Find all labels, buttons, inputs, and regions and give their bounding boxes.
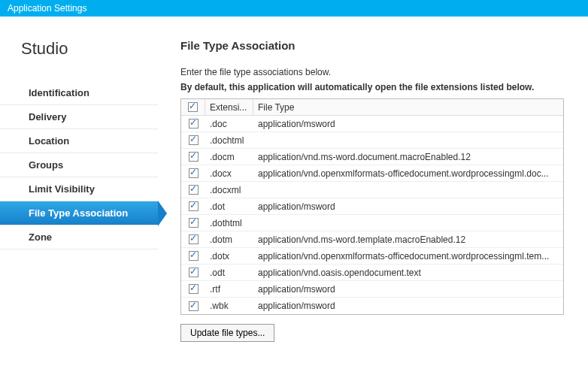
row-extension: .dothtml <box>205 218 253 228</box>
row-checkbox-cell[interactable] <box>181 168 205 178</box>
header-filetype[interactable]: File Type <box>253 99 563 115</box>
table-row[interactable]: .dotmapplication/vnd.ms-word.template.ma… <box>181 231 563 248</box>
row-checkbox-cell[interactable] <box>181 234 205 244</box>
table-body: .docapplication/msword.dochtml.docmappli… <box>181 116 563 314</box>
row-extension: .dotx <box>205 251 253 262</box>
nav-item-zone[interactable]: Zone <box>0 225 158 249</box>
page-title: File Type Association <box>180 39 573 52</box>
nav-item-limit-visibility[interactable]: Limit Visibility <box>0 177 158 201</box>
nav-item-delivery[interactable]: Delivery <box>0 105 158 129</box>
checkbox-icon <box>189 301 199 311</box>
row-extension: .dochtml <box>205 135 253 146</box>
row-checkbox-cell[interactable] <box>181 152 205 162</box>
checkbox-icon <box>189 251 199 261</box>
table-row[interactable]: .dochtml <box>181 132 563 149</box>
nav-item-identification[interactable]: Identification <box>0 81 158 105</box>
row-extension: .dot <box>205 201 253 212</box>
instruction-line-1: Enter the file type associations below. <box>180 67 573 77</box>
checkbox-icon <box>189 284 199 294</box>
table-row[interactable]: .docxml <box>181 182 563 198</box>
checkbox-icon <box>189 268 199 277</box>
row-checkbox-cell[interactable] <box>181 284 205 294</box>
row-checkbox-cell[interactable] <box>181 218 205 228</box>
file-type-table: Extensi... File Type .docapplication/msw… <box>180 98 564 315</box>
checkbox-icon <box>189 119 199 129</box>
row-extension: .dotm <box>205 234 253 245</box>
row-extension: .doc <box>205 119 253 129</box>
table-row[interactable]: .rtfapplication/msword <box>181 281 563 298</box>
row-filetype: application/msword <box>253 119 563 129</box>
row-filetype: application/msword <box>253 301 563 311</box>
row-filetype: application/vnd.ms-word.template.macroEn… <box>253 234 563 245</box>
checkbox-icon <box>189 218 199 228</box>
row-checkbox-cell[interactable] <box>181 135 205 145</box>
main-panel: File Type Association Enter the file typ… <box>158 17 588 378</box>
row-extension: .wbk <box>205 301 253 311</box>
row-checkbox-cell[interactable] <box>181 301 205 311</box>
table-row[interactable]: .odtapplication/vnd.oasis.opendocument.t… <box>181 265 563 281</box>
header-extension[interactable]: Extensi... <box>205 99 253 115</box>
table-row[interactable]: .docapplication/msword <box>181 116 563 132</box>
row-filetype: application/vnd.openxmlformats-officedoc… <box>253 251 563 262</box>
checkbox-icon <box>189 201 199 211</box>
row-extension: .docx <box>205 168 253 179</box>
sidebar: Studio IdentificationDeliveryLocationGro… <box>0 17 158 378</box>
checkbox-icon <box>189 185 199 195</box>
row-checkbox-cell[interactable] <box>181 268 205 277</box>
row-checkbox-cell[interactable] <box>181 119 205 129</box>
row-extension: .rtf <box>205 284 253 295</box>
nav-item-location[interactable]: Location <box>0 129 158 153</box>
table-row[interactable]: .docxapplication/vnd.openxmlformats-offi… <box>181 165 563 182</box>
nav-item-groups[interactable]: Groups <box>0 153 158 177</box>
checkbox-icon <box>189 234 199 244</box>
row-extension: .docm <box>205 152 253 162</box>
row-filetype: application/vnd.openxmlformats-officedoc… <box>253 168 563 179</box>
content-area: Studio IdentificationDeliveryLocationGro… <box>0 17 588 378</box>
row-checkbox-cell[interactable] <box>181 251 205 261</box>
nav-item-file-type-association[interactable]: File Type Association <box>0 201 158 225</box>
row-filetype: application/msword <box>253 201 563 212</box>
window-titlebar: Application Settings <box>0 0 588 17</box>
row-filetype: application/msword <box>253 284 563 295</box>
checkbox-icon <box>188 102 198 112</box>
update-file-types-button[interactable]: Update file types... <box>180 324 274 342</box>
checkbox-icon <box>189 152 199 162</box>
table-header: Extensi... File Type <box>181 99 563 116</box>
instruction-line-2: By default, this application will automa… <box>180 82 573 92</box>
header-select-all[interactable] <box>181 99 205 115</box>
row-checkbox-cell[interactable] <box>181 201 205 211</box>
table-row[interactable]: .dotxapplication/vnd.openxmlformats-offi… <box>181 248 563 265</box>
row-extension: .docxml <box>205 185 253 195</box>
row-filetype: application/vnd.ms-word.document.macroEn… <box>253 152 563 162</box>
row-checkbox-cell[interactable] <box>181 185 205 195</box>
table-row[interactable]: .dotapplication/msword <box>181 198 563 215</box>
checkbox-icon <box>189 168 199 178</box>
nav-list: IdentificationDeliveryLocationGroupsLimi… <box>0 81 158 249</box>
table-row[interactable]: .docmapplication/vnd.ms-word.document.ma… <box>181 149 563 165</box>
window-title: Application Settings <box>8 3 86 14</box>
row-filetype: application/vnd.oasis.opendocument.text <box>253 268 563 278</box>
row-extension: .odt <box>205 268 253 278</box>
app-name: Studio <box>0 39 158 81</box>
table-row[interactable]: .dothtml <box>181 215 563 231</box>
checkbox-icon <box>189 135 199 145</box>
table-row[interactable]: .wbkapplication/msword <box>181 298 563 314</box>
